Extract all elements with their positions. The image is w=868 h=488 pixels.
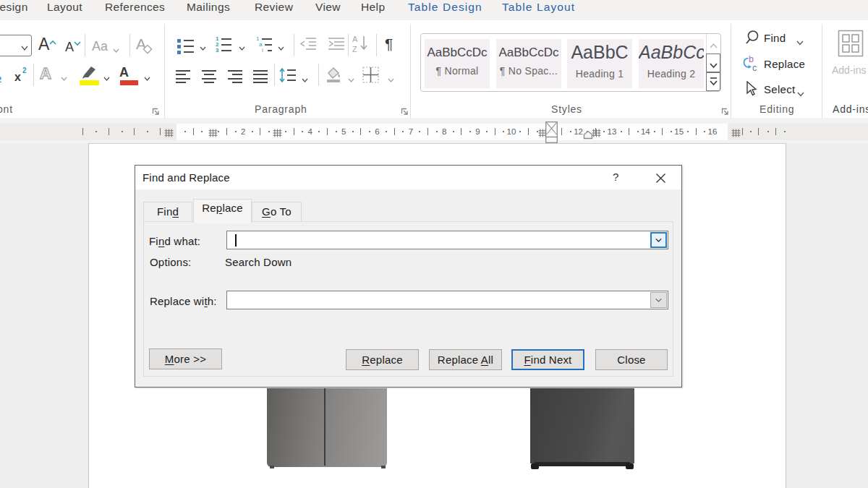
- svg-text:Z: Z: [352, 45, 357, 53]
- svg-text:c: c: [752, 63, 757, 72]
- svg-text:A: A: [352, 35, 358, 43]
